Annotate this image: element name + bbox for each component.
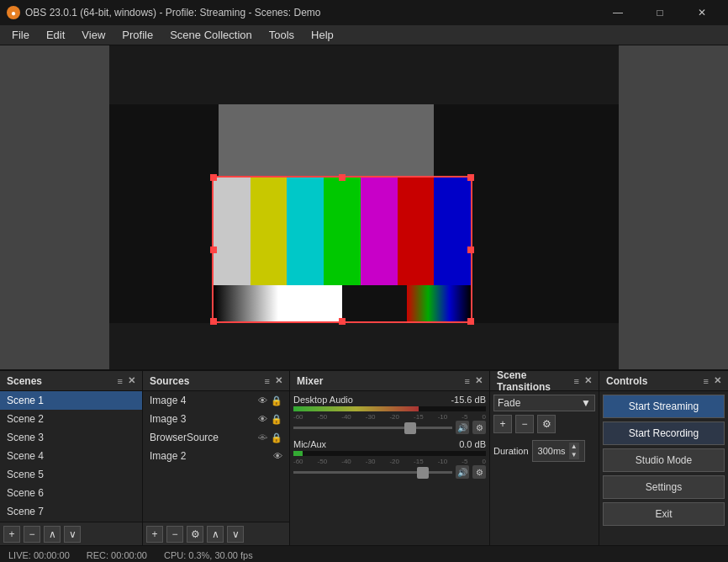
transitions-filter-icon[interactable]: ≡ xyxy=(574,376,579,386)
mixer-mic-settings-button[interactable]: ⚙ xyxy=(472,465,486,479)
start-streaming-button[interactable]: Start Streaming xyxy=(603,395,725,418)
scene-item-6[interactable]: Scene 6 xyxy=(0,484,142,502)
bottom-panels: Scenes ≡ ✕ Scene 1Scene 2Scene 3Scene 4S… xyxy=(0,369,728,545)
source-lock-icon-browser[interactable]: 🔒 xyxy=(271,432,282,443)
start-recording-button[interactable]: Start Recording xyxy=(603,422,725,445)
status-cpu: CPU: 0.3%, 30.00 fps xyxy=(164,550,253,560)
mixer-desktop-thumb[interactable] xyxy=(404,422,416,434)
studio-mode-button[interactable]: Studio Mode xyxy=(603,448,725,472)
source-eye-icon-image2[interactable]: 👁 xyxy=(273,451,282,461)
source-icons-image4: 👁 🔒 xyxy=(258,395,282,406)
scene-item-5[interactable]: Scene 5 xyxy=(0,465,142,484)
scene-item-2[interactable]: Scene 2 xyxy=(0,410,142,428)
scene-item-4[interactable]: Scene 4 xyxy=(0,447,142,465)
scenes-panel: Scenes ≡ ✕ Scene 1Scene 2Scene 3Scene 4S… xyxy=(0,371,143,545)
mixer-close-icon[interactable]: ✕ xyxy=(475,375,483,386)
preview-bottom-bg xyxy=(109,323,619,369)
scenes-add-button[interactable]: + xyxy=(3,526,20,543)
menu-help[interactable]: Help xyxy=(303,25,342,45)
mixer-mic-slider[interactable] xyxy=(293,471,452,474)
color-bars[interactable] xyxy=(212,176,472,323)
menu-scene-collection[interactable]: Scene Collection xyxy=(161,25,261,45)
settings-button[interactable]: Settings xyxy=(603,475,725,499)
handle-bc[interactable] xyxy=(339,318,346,325)
mixer-mic-aux-header: Mic/Aux 0.0 dB xyxy=(293,439,486,449)
transitions-settings-button[interactable]: ⚙ xyxy=(537,415,556,433)
mixer-desktop-mute-button[interactable]: 🔊 xyxy=(456,421,469,434)
sources-remove-button[interactable]: − xyxy=(166,526,183,543)
handle-ml[interactable] xyxy=(210,247,217,253)
scenes-down-button[interactable]: ∨ xyxy=(64,526,81,543)
source-eye-off-icon-browser[interactable]: 👁 xyxy=(258,432,267,443)
minimize-button[interactable]: — xyxy=(599,0,637,25)
duration-up-button[interactable]: ▲ xyxy=(569,443,579,451)
handle-bl[interactable] xyxy=(210,318,217,325)
menu-bar: File Edit View Profile Scene Collection … xyxy=(0,25,728,45)
sources-close-icon[interactable]: ✕ xyxy=(275,375,282,386)
scenes-filter-icon[interactable]: ≡ xyxy=(118,376,123,386)
sources-filter-icon[interactable]: ≡ xyxy=(265,376,270,386)
duration-down-button[interactable]: ▼ xyxy=(569,451,579,459)
mixer-mic-mute-button[interactable]: 🔊 xyxy=(456,465,469,479)
handle-br[interactable] xyxy=(467,318,474,325)
menu-edit[interactable]: Edit xyxy=(38,25,73,45)
sources-down-button[interactable]: ∨ xyxy=(227,526,244,543)
mixer-mic-aux-db: 0.0 dB xyxy=(459,439,486,449)
duration-label: Duration xyxy=(493,446,529,456)
title-bar-left: ● OBS 23.0.1 (64-bit, windows) - Profile… xyxy=(7,6,320,19)
handle-mr[interactable] xyxy=(467,247,474,253)
scene-list[interactable]: Scene 1Scene 2Scene 3Scene 4Scene 5Scene… xyxy=(0,391,142,522)
mixer-desktop-slider[interactable] xyxy=(293,427,452,429)
menu-file[interactable]: File xyxy=(3,25,38,45)
transitions-remove-button[interactable]: − xyxy=(515,415,534,433)
bar-white xyxy=(214,178,251,285)
preview-top-bg xyxy=(109,45,619,104)
controls-label: Controls xyxy=(606,375,647,387)
source-item-image3[interactable]: Image 3 👁 🔒 xyxy=(143,410,289,428)
scene-item-7[interactable]: Scene 7 xyxy=(0,502,142,521)
controls-filter-icon[interactable]: ≡ xyxy=(704,376,709,386)
source-lock-icon-image3[interactable]: 🔒 xyxy=(271,414,282,425)
scene-item-3[interactable]: Scene 3 xyxy=(0,428,142,447)
sources-up-button[interactable]: ∧ xyxy=(207,526,224,543)
mixer-filter-icon[interactable]: ≡ xyxy=(465,376,470,386)
handle-tc[interactable] xyxy=(339,174,346,181)
scenes-remove-button[interactable]: − xyxy=(24,526,40,543)
transitions-header-icons: ≡ ✕ xyxy=(574,375,592,386)
sources-add-button[interactable]: + xyxy=(146,526,163,543)
scenes-close-icon[interactable]: ✕ xyxy=(128,375,135,386)
source-item-image2[interactable]: Image 2 👁 xyxy=(143,447,289,465)
scenes-toolbar: + − ∧ ∨ xyxy=(0,522,142,545)
source-lock-icon-image4[interactable]: 🔒 xyxy=(271,395,282,406)
mixer-panel: Mixer ≡ ✕ Desktop Audio -15.6 dB -60 -50 xyxy=(290,371,490,545)
title-text: OBS 23.0.1 (64-bit, windows) - Profile: … xyxy=(25,7,320,19)
mixer-desktop-meter-fill xyxy=(293,406,419,411)
mixer-mic-thumb[interactable] xyxy=(417,467,429,479)
menu-view[interactable]: View xyxy=(73,25,113,45)
source-eye-icon-image3[interactable]: 👁 xyxy=(258,414,267,425)
handle-tl[interactable] xyxy=(210,174,217,181)
source-item-browser[interactable]: BrowserSource 👁 🔒 xyxy=(143,428,289,447)
mixer-mic-meter xyxy=(293,451,486,456)
source-icons-browser: 👁 🔒 xyxy=(258,432,282,443)
preview-left-bg xyxy=(0,45,109,369)
handle-tr[interactable] xyxy=(467,174,474,181)
menu-tools[interactable]: Tools xyxy=(261,25,303,45)
controls-close-icon[interactable]: ✕ xyxy=(714,375,721,386)
bar-magenta xyxy=(361,178,398,285)
transition-fade-select[interactable]: Fade ▼ xyxy=(493,395,595,411)
sources-settings-button[interactable]: ⚙ xyxy=(187,526,203,543)
close-button[interactable]: ✕ xyxy=(683,0,721,25)
menu-profile[interactable]: Profile xyxy=(113,25,161,45)
source-eye-icon-image4[interactable]: 👁 xyxy=(258,395,267,406)
source-item-image4[interactable]: Image 4 👁 🔒 xyxy=(143,391,289,410)
bar-red xyxy=(398,178,435,285)
scenes-up-button[interactable]: ∧ xyxy=(44,526,61,543)
mixer-desktop-settings-button[interactable]: ⚙ xyxy=(472,421,486,434)
transitions-add-button[interactable]: + xyxy=(493,415,512,433)
exit-button[interactable]: Exit xyxy=(603,502,725,526)
maximize-button[interactable]: □ xyxy=(641,0,679,25)
source-icons-image3: 👁 🔒 xyxy=(258,414,282,425)
transitions-close-icon[interactable]: ✕ xyxy=(584,375,592,386)
scene-item-1[interactable]: Scene 1 xyxy=(0,391,142,410)
